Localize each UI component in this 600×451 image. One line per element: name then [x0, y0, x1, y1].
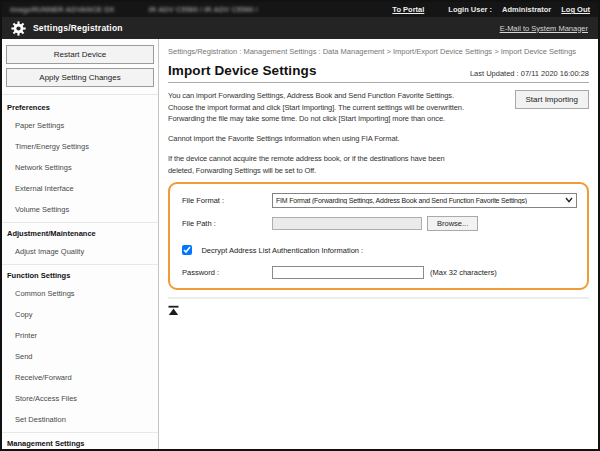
sidebar-item-store-access-files[interactable]: Store/Access Files — [2, 388, 158, 409]
decrypt-address-list-checkbox[interactable] — [182, 245, 192, 255]
sidebar-item-receive-forward[interactable]: Receive/Forward — [2, 367, 158, 388]
bottom-separator — [168, 297, 589, 299]
remote-address-book-note: If the device cannot acquire the remote … — [168, 153, 470, 176]
scroll-to-top-icon[interactable] — [168, 302, 180, 320]
file-path-input[interactable] — [272, 217, 422, 230]
browse-button[interactable]: Browse... — [427, 216, 478, 231]
import-settings-form: File Format : FIM Format (Forwarding Set… — [168, 182, 589, 290]
sidebar-item-set-destination[interactable]: Set Destination — [2, 409, 158, 430]
sidebar-item-timer-energy-settings[interactable]: Timer/Energy Settings — [2, 136, 158, 157]
sidebar-header-management-settings: Management Settings — [2, 434, 158, 449]
fia-format-note: Cannot import the Favorite Settings info… — [168, 133, 470, 144]
settings-sidebar: Restart Device Apply Setting Changes Pre… — [2, 39, 159, 449]
sidebar-item-common-settings[interactable]: Common Settings — [2, 283, 158, 304]
import-description: You can import Forwarding Settings, Addr… — [168, 90, 470, 124]
decrypt-address-list-label[interactable]: Decrypt Address List Authentication Info… — [201, 246, 363, 255]
top-bar: imageRUNNER ADVANCE DX iR ADV C5560 / iR… — [2, 2, 598, 17]
chevron-down-icon — [565, 197, 573, 203]
sidebar-header-adjustment-maintenance: Adjustment/Maintenance — [2, 224, 158, 241]
apply-setting-changes-button[interactable]: Apply Setting Changes — [6, 68, 154, 87]
sidebar-item-printer[interactable]: Printer — [2, 325, 158, 346]
sidebar-item-external-interface[interactable]: External Interface — [2, 178, 158, 199]
password-label: Password : — [182, 268, 272, 277]
sidebar-item-paper-settings[interactable]: Paper Settings — [2, 115, 158, 136]
breadcrumb[interactable]: Settings/Registration : Management Setti… — [168, 46, 588, 58]
sidebar-header-function-settings: Function Settings — [2, 266, 158, 283]
file-path-label: File Path : — [182, 219, 272, 228]
sidebar-section-preferences: Preferences Paper Settings Timer/Energy … — [2, 97, 158, 222]
device-models-redacted: iR ADV C5560 / iR ADV C5560 / — [149, 5, 258, 14]
sidebar-item-copy[interactable]: Copy — [2, 304, 158, 325]
app-bar: Settings/Registration E-Mail to System M… — [2, 17, 598, 39]
password-input[interactable] — [272, 266, 424, 279]
sidebar-item-volume-settings[interactable]: Volume Settings — [2, 199, 158, 220]
sidebar-header-preferences: Preferences — [2, 98, 158, 115]
email-system-manager-link[interactable]: E-Mail to System Manager — [500, 24, 588, 33]
start-importing-button[interactable]: Start Importing — [515, 90, 589, 109]
file-format-selected-value: FIM Format (Forwarding Settings, Address… — [276, 197, 527, 204]
log-out-link[interactable]: Log Out — [561, 5, 590, 14]
sidebar-item-send[interactable]: Send — [2, 346, 158, 367]
device-identity: imageRUNNER ADVANCE DX iR ADV C5560 / iR… — [10, 5, 258, 14]
device-name-redacted: imageRUNNER ADVANCE DX — [10, 5, 115, 14]
file-format-select[interactable]: FIM Format (Forwarding Settings, Address… — [272, 193, 577, 208]
sidebar-section-function-settings: Function Settings Common Settings Copy P… — [2, 264, 158, 432]
sidebar-item-adjust-image-quality[interactable]: Adjust Image Quality — [2, 241, 158, 262]
gear-icon — [11, 21, 26, 36]
main-content: Settings/Registration : Management Setti… — [159, 39, 600, 449]
page-title: Import Device Settings — [168, 63, 317, 78]
login-user-label: Login User : — [448, 5, 492, 14]
password-max-chars-note: (Max 32 characters) — [430, 268, 497, 277]
last-updated: Last Updated : 07/11 2020 16:00:28 — [470, 69, 589, 78]
to-portal-link[interactable]: To Portal — [392, 5, 424, 14]
login-user-name: Administrator — [502, 5, 551, 14]
top-bar-links: To Portal Login User : Administrator Log… — [392, 5, 590, 14]
file-format-label: File Format : — [182, 196, 272, 205]
app-title: Settings/Registration — [33, 23, 123, 33]
sidebar-section-management-settings: Management Settings User Management Devi… — [2, 432, 158, 449]
sidebar-section-adjustment: Adjustment/Maintenance Adjust Image Qual… — [2, 222, 158, 264]
settings-registration-page: imageRUNNER ADVANCE DX iR ADV C5560 / iR… — [0, 0, 600, 451]
sidebar-item-network-settings[interactable]: Network Settings — [2, 157, 158, 178]
restart-device-button[interactable]: Restart Device — [6, 45, 154, 64]
